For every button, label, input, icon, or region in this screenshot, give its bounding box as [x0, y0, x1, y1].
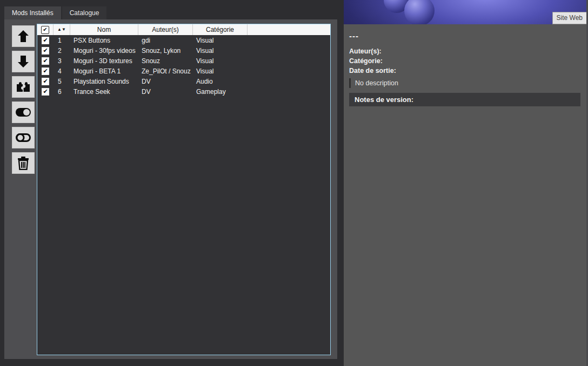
checkmark-icon: ✔	[43, 48, 48, 53]
website-button[interactable]: Site Web	[552, 12, 587, 24]
mod-name: Trance Seek	[70, 88, 138, 96]
table-row[interactable]: ✔ 5 Playstation Sounds DV Audio	[37, 76, 330, 86]
mod-toolbar	[12, 25, 35, 178]
table-row[interactable]: ✔ 3 Moguri - 3D textures Snouz Visual	[37, 56, 330, 66]
mod-authors: Ze_PilOt / Snouz	[138, 67, 193, 75]
sort-down-icon: ▼	[62, 28, 66, 32]
description-row: No description	[349, 78, 588, 88]
mod-preview-image	[344, 0, 588, 24]
row-checkbox[interactable]: ✔	[42, 88, 49, 96]
release-notes-header: Notes de version:	[349, 93, 580, 106]
checkmark-icon: ✔	[43, 27, 47, 32]
toggle-on-icon	[15, 107, 31, 117]
mod-name: PSX Buttons	[70, 37, 138, 44]
header-auteurs[interactable]: Auteur(s)	[138, 24, 193, 35]
conflicts-button[interactable]	[12, 76, 35, 98]
mod-authors: DV	[138, 78, 193, 85]
mod-category: Visual	[193, 57, 248, 65]
category-label: Catégorie:	[349, 56, 588, 66]
disable-all-button[interactable]	[12, 127, 35, 148]
enable-all-button[interactable]	[12, 101, 35, 123]
row-number: 2	[54, 47, 70, 55]
mod-name: Moguri - 30fps videos	[70, 47, 138, 55]
arrow-down-icon	[16, 55, 30, 69]
mods-panel: Mods Installés Catalogue	[4, 6, 337, 359]
header-sort[interactable]: ▲ ▼	[54, 24, 70, 35]
mod-category: Visual	[193, 37, 248, 44]
move-up-button[interactable]	[12, 25, 35, 47]
table-row[interactable]: ✔ 4 Moguri - BETA 1 Ze_PilOt / Snouz Vis…	[37, 66, 330, 76]
mod-details-body: --- Auteur(s): Catégorie: Date de sortie…	[344, 24, 588, 106]
table-row[interactable]: ✔ 6 Trance Seek DV Gameplay	[37, 86, 330, 97]
mod-authors: Snouz, Lykon	[138, 47, 193, 55]
tab-bar: Mods Installés Catalogue	[4, 6, 337, 19]
row-checkbox[interactable]: ✔	[42, 78, 49, 85]
mod-name: Playstation Sounds	[70, 78, 138, 85]
checkmark-icon: ✔	[43, 37, 48, 43]
header-empty	[248, 24, 330, 35]
installed-mods-table: ✔ ▲ ▼ Nom Auteur(s) Catégorie ✔ 1 PSX Bu…	[37, 24, 331, 355]
row-number: 5	[54, 78, 70, 85]
row-checkbox[interactable]: ✔	[42, 47, 49, 55]
row-number: 1	[54, 37, 70, 44]
preview-sphere	[404, 0, 435, 24]
select-all-checkbox[interactable]: ✔	[41, 26, 49, 34]
authors-label: Auteur(s):	[349, 46, 588, 56]
sort-up-icon: ▲	[57, 28, 62, 32]
checkmark-icon: ✔	[43, 89, 48, 94]
mod-title: ---	[349, 31, 588, 40]
table-row[interactable]: ✔ 1 PSX Buttons gdi Visual	[37, 35, 330, 45]
mod-category: Visual	[193, 47, 248, 55]
mod-name: Moguri - 3D textures	[70, 57, 138, 65]
tab-mods-installes[interactable]: Mods Installés	[4, 6, 61, 19]
toggle-off-icon	[15, 133, 31, 143]
row-checkbox[interactable]: ✔	[42, 57, 49, 65]
delete-mod-button[interactable]	[12, 152, 35, 174]
row-number: 4	[54, 67, 70, 75]
row-number: 3	[54, 57, 70, 65]
checkmark-icon: ✔	[43, 78, 48, 84]
move-down-button[interactable]	[12, 51, 35, 72]
tab-catalogue[interactable]: Catalogue	[62, 6, 107, 19]
description-text: No description	[351, 79, 398, 87]
mod-authors: gdi	[138, 37, 193, 44]
mod-category: Gameplay	[193, 88, 248, 96]
mod-authors: Snouz	[138, 57, 193, 65]
row-number: 6	[54, 88, 70, 96]
trash-icon	[17, 156, 30, 170]
checkmark-icon: ✔	[43, 68, 48, 74]
header-categorie[interactable]: Catégorie	[193, 24, 248, 35]
table-header: ✔ ▲ ▼ Nom Auteur(s) Catégorie	[37, 24, 330, 35]
release-date-label: Date de sortie:	[349, 66, 588, 76]
mod-authors: DV	[138, 88, 193, 96]
header-select-all[interactable]: ✔	[37, 24, 54, 35]
mod-details-panel: Site Web --- Auteur(s): Catégorie: Date …	[344, 0, 588, 366]
table-row[interactable]: ✔ 2 Moguri - 30fps videos Snouz, Lykon V…	[37, 45, 330, 56]
checkmark-icon: ✔	[43, 58, 48, 64]
mod-category: Audio	[193, 78, 248, 85]
mod-category: Visual	[193, 67, 248, 75]
installed-mods-page: ✔ ▲ ▼ Nom Auteur(s) Catégorie ✔ 1 PSX Bu…	[4, 19, 337, 359]
header-nom[interactable]: Nom	[70, 24, 138, 35]
row-checkbox[interactable]: ✔	[42, 37, 49, 44]
puzzle-pieces-icon	[16, 81, 31, 93]
mod-name: Moguri - BETA 1	[70, 67, 138, 75]
arrow-up-icon	[16, 29, 30, 43]
row-checkbox[interactable]: ✔	[42, 67, 49, 75]
